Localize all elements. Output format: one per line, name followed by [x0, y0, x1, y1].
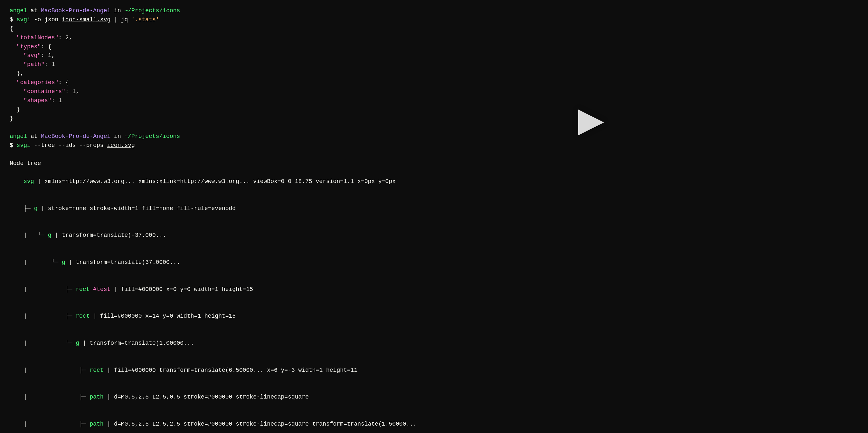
json-key-totalNodes: "totalNodes" — [17, 34, 59, 41]
command-line-1: $ svgi -o json icon-small.svg | jq '.sta… — [10, 16, 858, 25]
host-2: MacBook-Pro-de-Angel — [41, 132, 111, 141]
at-2: at — [27, 132, 41, 141]
json-containers: "containers": 1, — [10, 87, 858, 96]
cmd-file-2: icon.svg — [107, 141, 134, 150]
username-1: angel — [10, 6, 27, 16]
tree-pipe-path-2: | d=M0.5,2.5 L2.5,2.5 stroke=#000000 str… — [104, 421, 416, 427]
tree-g-element-3: g — [62, 259, 65, 265]
tree-branch-path-1: | ├─ — [24, 394, 90, 400]
tree-line-rect-test: | ├─ rect #test | fill=#000000 x=0 y=0 w… — [10, 276, 858, 303]
tree-line-g4: | └─ g | transform=translate(1.00000... — [10, 330, 858, 357]
json-svg: "svg": 1, — [10, 51, 858, 60]
json-types-close: }, — [10, 69, 858, 78]
json-close-brace: } — [10, 114, 858, 123]
prompt-line-2: angel at MacBook-Pro-de-Angel in ~/Proje… — [10, 132, 858, 141]
tree-line-rect-2: | ├─ rect | fill=#000000 x=14 y=0 width=… — [10, 303, 858, 330]
tree-branch-g4: | └─ — [24, 340, 76, 346]
in-1: in — [111, 6, 124, 16]
tree-line-g3: | └─ g | transform=translate(37.0000... — [10, 249, 858, 276]
dollar-1: $ — [10, 16, 17, 25]
json-types: "types": { — [10, 42, 858, 52]
cmd-jq-1: jq — [121, 16, 128, 25]
tree-rect-element-1: rect — [76, 286, 90, 292]
tree-pipe-g4: | transform=translate(1.00000... — [79, 340, 194, 346]
tree-pipe-rect-test — [90, 286, 93, 292]
json-open-brace: { — [10, 25, 858, 33]
json-key-containers: "containers" — [24, 88, 65, 95]
terminal: angel at MacBook-Pro-de-Angel in ~/Proje… — [10, 6, 858, 433]
tree-pipe-rect-test-2: | fill=#000000 x=0 y=0 width=1 height=15 — [111, 286, 253, 292]
cmd-svgi-2: svgi — [17, 141, 31, 150]
tree-pipe-g2: | transform=translate(-37.000... — [52, 232, 166, 238]
tree-branch-path-2: | ├─ — [24, 421, 90, 427]
blank-1 — [10, 123, 858, 133]
cmd-pipe-1: | — [111, 16, 121, 25]
tree-path-element-1: path — [90, 394, 103, 400]
json-shapes: "shapes": 1 — [10, 96, 858, 105]
tree-pipe-svg: | xmlns=http://www.w3.org... xmlns:xlink… — [34, 178, 396, 184]
tree-pipe-g3: | transform=translate(37.0000... — [65, 259, 180, 265]
tree-g-element-4: g — [76, 340, 79, 346]
json-categories: "categories": { — [10, 78, 858, 87]
cmd-arg-1: '.stats' — [128, 16, 159, 25]
tree-pipe-path-1: | d=M0.5,2.5 L2.5,0.5 stroke=#000000 str… — [104, 394, 309, 400]
tree-g-element-2: g — [48, 232, 52, 238]
json-key-categories: "categories" — [17, 79, 59, 86]
tree-branch-g3: | └─ — [24, 259, 62, 265]
tree-pipe-rect-3: | fill=#000000 transform=translate(6.500… — [104, 367, 358, 373]
dollar-2: $ — [10, 141, 17, 150]
json-key-types: "types" — [17, 44, 41, 50]
node-tree-label: Node tree — [10, 159, 858, 168]
cmd-file-1: icon-small.svg — [62, 16, 111, 25]
tree-g-element-1: g — [34, 205, 38, 212]
in-2: in — [111, 132, 124, 141]
tree-path-element-2: path — [90, 421, 103, 427]
cmd-flags-1: -o json — [31, 16, 62, 25]
tree-rect-element-2: rect — [76, 313, 90, 319]
tree-rect-element-3: rect — [90, 367, 103, 373]
host-1: MacBook-Pro-de-Angel — [41, 6, 111, 16]
tree-svg-element: svg — [24, 178, 34, 184]
cmd-svgi-1: svgi — [17, 16, 31, 25]
at-1: at — [27, 6, 41, 16]
tree-line-path-2: | ├─ path | d=M0.5,2.5 L2.5,2.5 stroke=#… — [10, 411, 858, 433]
json-path: "path": 1 — [10, 60, 858, 69]
tree-line-g1: ├─ g | stroke=none stroke-width=1 fill=n… — [10, 195, 858, 222]
cmd-flags-2: --tree --ids --props — [31, 141, 107, 150]
path-2: ~/Projects/icons — [125, 132, 180, 141]
tree-id-test: #test — [93, 286, 111, 292]
tree-branch-rect-test: | ├─ — [24, 286, 76, 292]
tree-line-rect-3: | ├─ rect | fill=#000000 transform=trans… — [10, 357, 858, 384]
tree-pipe-rect-2: | fill=#000000 x=14 y=0 width=1 height=1… — [90, 313, 236, 319]
json-total-nodes: "totalNodes": 2, — [10, 33, 858, 42]
username-2: angel — [10, 132, 27, 141]
video-play-overlay[interactable] — [572, 103, 611, 142]
tree-branch-rect-3: | ├─ — [24, 367, 90, 373]
command-line-2: $ svgi --tree --ids --props icon.svg — [10, 141, 858, 150]
tree-branch-rect-2: | ├─ — [24, 313, 76, 319]
json-key-svg: "svg" — [24, 52, 41, 59]
tree-branch-g1: ├─ — [24, 205, 34, 212]
play-icon[interactable] — [578, 110, 604, 135]
prompt-line-1: angel at MacBook-Pro-de-Angel in ~/Proje… — [10, 6, 858, 16]
json-categories-close: } — [10, 105, 858, 114]
json-key-shapes: "shapes" — [24, 97, 51, 104]
tree-line-svg: svg | xmlns=http://www.w3.org... xmlns:x… — [10, 168, 858, 195]
path-1: ~/Projects/icons — [125, 6, 180, 16]
tree-branch-g2: | └─ — [24, 232, 48, 238]
blank-2 — [10, 150, 858, 159]
tree-line-path-1: | ├─ path | d=M0.5,2.5 L2.5,0.5 stroke=#… — [10, 384, 858, 411]
json-key-path: "path" — [24, 61, 44, 68]
tree-pipe-g1: | stroke=none stroke-width=1 fill=none f… — [37, 205, 236, 212]
tree-line-g2: | └─ g | transform=translate(-37.000... — [10, 222, 858, 249]
